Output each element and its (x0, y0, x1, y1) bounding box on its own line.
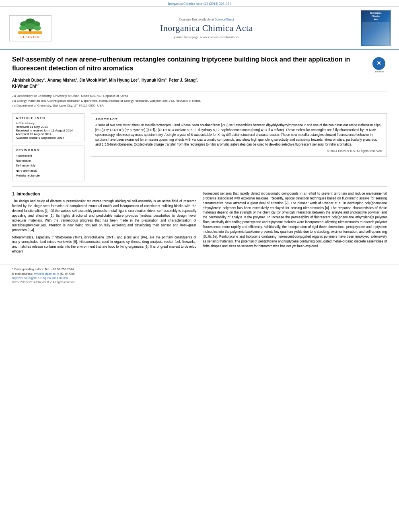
author-7: Ki-Whan Chi (12, 84, 36, 88)
author-6: Peter J. Stang (169, 78, 195, 82)
svg-point-4 (19, 26, 27, 31)
footer-copyright: 0020-1693/© 2014 Elsevier B.V. All right… (12, 281, 387, 283)
crossmark-label: CrossMark (374, 70, 385, 73)
crossmark-icon: ✕ (372, 57, 385, 70)
revised-date: Received in revised form 11 August 2014 (16, 129, 81, 132)
col-left: ARTICLE INFO Article history: Received 1… (12, 113, 84, 181)
affiliations: a a Department of Chemistry, University … (12, 92, 387, 110)
elsevier-logo: ELSEVIER (8, 15, 52, 41)
article-info-header: ARTICLE INFO (16, 116, 81, 120)
col-right: ABSTRACT A suite of two new tetrarutheni… (91, 113, 387, 181)
keyword-fluorescent: Fluorescent (16, 154, 81, 158)
journal-reference-text: Inorganica Chimica Acta 423 (2014) 326–3… (168, 2, 231, 6)
journal-cover-body (362, 22, 389, 45)
affil-3: c c Department of Chemistry, Salt Lake C… (12, 103, 387, 108)
abstract-copyright: © 2014 Elsevier B.V. All rights reserved… (95, 149, 383, 153)
affil-2: b b Energy Materials and Convergence Res… (12, 99, 387, 103)
doi-line: http://dx.doi.org/10.1016/j.ica.2014.08.… (12, 276, 387, 280)
body-two-col: 1. Introduction The design and study of … (12, 191, 387, 257)
received-date: Received 11 May 2014 (16, 125, 81, 129)
journal-title-center: Contents lists available at ScienceDirec… (56, 17, 357, 39)
keyword-metallarectangle: Metalla-rectangle (16, 173, 81, 178)
history-label: Article history: (16, 121, 81, 125)
accepted-date: Accepted 13 August 2014 (16, 132, 81, 136)
author-3: Jin Wook Min (79, 78, 105, 82)
sciencedirect-link: Contents lists available at ScienceDirec… (56, 17, 357, 21)
author-email[interactable]: kwchi@ulsan.ac.kr (34, 272, 59, 275)
divider (12, 186, 387, 187)
abstract-header: ABSTRACT (95, 117, 383, 122)
article-title: Self-assembly of new arene–ruthenium rec… (12, 55, 367, 73)
article-info-box: ARTICLE INFO Article history: Received 1… (12, 113, 84, 142)
keywords-header: Keywords: (16, 148, 81, 152)
authors-line: Abhishek Dubeya, Anurag Mishraa, Jin Woo… (12, 77, 387, 90)
keyword-nitroaromatics: Nitro aromatics (16, 168, 81, 173)
article-body: Self-assembly of new arene–ruthenium rec… (0, 50, 399, 265)
author-4: Min Hyung Lee (109, 78, 138, 82)
intro-para-1: The design and study of discrete supramo… (12, 199, 196, 232)
email-line: E-mail address: kwchi@ulsan.ac.kr (K.-W.… (12, 272, 387, 275)
intro-para-2: Nitroaromatics, especially trinitrotolue… (12, 235, 196, 255)
journal-homepage: journal homepage: www.elsevier.com/locat… (56, 35, 357, 39)
corresponding-author-note: * Corresponding author. Tel.: +82 52 259… (12, 267, 387, 271)
journal-header: ELSEVIER Contents lists available at Sci… (0, 7, 399, 50)
article-title-area: Self-assembly of new arene–ruthenium rec… (12, 55, 387, 73)
article-info-abstract-area: ARTICLE INFO Article history: Received 1… (12, 113, 387, 181)
svg-point-5 (34, 26, 41, 31)
author-1: Abhishek Dubey (12, 78, 43, 82)
journal-reference-bar: Inorganica Chimica Acta 423 (2014) 326–3… (0, 0, 399, 7)
keyword-ruthenium: Ruthenium (16, 158, 81, 163)
footer-area: * Corresponding author. Tel.: +82 52 259… (0, 265, 399, 285)
journal-cover-image: InorganicaChimicaActa (361, 10, 391, 46)
online-date: Available online 6 September 2014 (16, 136, 81, 140)
sciencedirect-url[interactable]: ScienceDirect (215, 17, 234, 21)
abstract-text: A suite of two new tetraruthenium metall… (95, 123, 383, 147)
crossmark-badge: ✕ CrossMark (371, 57, 387, 73)
abstract-box: ABSTRACT A suite of two new tetrarutheni… (91, 113, 387, 157)
affil-1: a a Department of Chemistry, University … (12, 94, 387, 99)
elsevier-tree-icon (14, 18, 46, 35)
right-intro-para-1: fluorescent sensors that rapidly detect … (203, 191, 387, 249)
elsevier-text: ELSEVIER (21, 35, 40, 39)
body-col-right: fluorescent sensors that rapidly detect … (203, 191, 387, 257)
body-col-left: 1. Introduction The design and study of … (12, 191, 196, 257)
doi-link[interactable]: http://dx.doi.org/10.1016/j.ica.2014.08.… (12, 276, 68, 280)
keyword-selfassembly: Self-assembly (16, 163, 81, 168)
journal-main-title: Inorganica Chimica Acta (56, 23, 357, 33)
author-2: Anurag Mishra (47, 78, 76, 82)
elsevier-logo-image: ELSEVIER (9, 15, 51, 41)
journal-cover-title: InorganicaChimicaActa (370, 12, 381, 21)
keywords-box: Keywords: Fluorescent Ruthenium Self-ass… (12, 146, 84, 181)
author-5: Hyunuk Kim (142, 78, 165, 82)
intro-title: 1. Introduction (12, 191, 196, 197)
